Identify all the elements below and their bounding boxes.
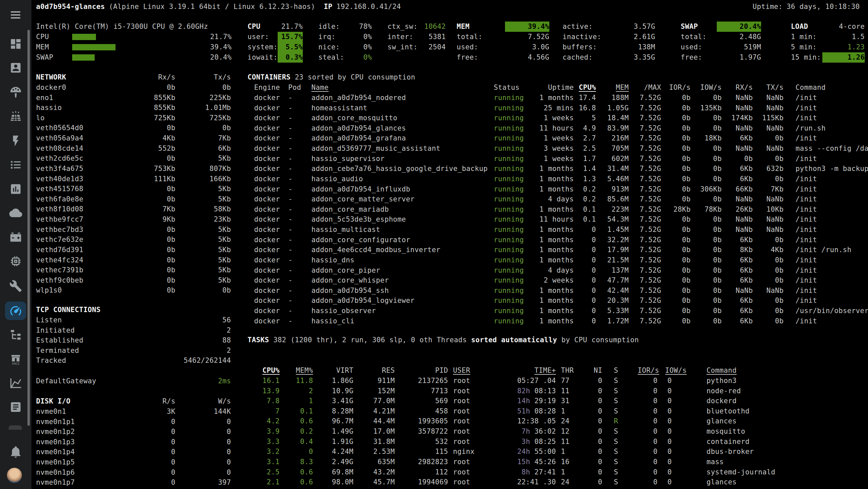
containers-col-max: /MAX <box>628 83 661 93</box>
container-max: 7.52G <box>628 103 661 113</box>
stat-label: 15 min: <box>791 52 821 63</box>
container-iow: 0b <box>689 174 722 184</box>
task-pid: 1993605 <box>402 416 448 426</box>
container-ior: 0b <box>657 295 691 306</box>
task-ior: 0 <box>638 396 657 406</box>
task-ni: 0 <box>589 477 602 487</box>
container-engine: docker <box>254 123 280 134</box>
container-engine: docker <box>254 154 280 164</box>
container-engine: docker <box>254 103 280 113</box>
sidebar-item-tools[interactable] <box>5 277 26 295</box>
container-status: running <box>494 286 524 296</box>
sidebar-item-account[interactable] <box>5 58 26 77</box>
sidebar-item-glances[interactable] <box>5 301 26 320</box>
sidebar-item-todo[interactable] <box>5 155 26 174</box>
task-state: S <box>614 447 618 457</box>
container-command: /init <box>796 316 817 326</box>
container-iow: 0b <box>689 235 722 245</box>
task-command: node-red <box>707 386 741 396</box>
task-command: mass <box>707 457 724 467</box>
container-rx: 26Kb <box>720 204 753 215</box>
task-thr: 31 <box>561 396 569 406</box>
task-virt: 1.86G <box>320 376 353 386</box>
sidebar-item-history[interactable] <box>5 179 26 198</box>
task-user: root <box>453 426 470 437</box>
sidebar-item-tree[interactable] <box>5 325 26 344</box>
chart-box-icon <box>9 182 22 196</box>
container-row: docker-addon_a0d7b954_logviewerrunning1 … <box>31 295 868 306</box>
container-mem: 705M <box>596 143 629 154</box>
user-avatar[interactable] <box>7 467 22 483</box>
sidebar-item-dashboard[interactable] <box>5 34 26 53</box>
sidebar-item-devices[interactable] <box>5 252 26 270</box>
container-cpu: 0.1 <box>563 214 596 225</box>
container-engine: docker <box>254 133 280 143</box>
os-info: (Alpine Linux 3.19.1 64bit / Linux 6.12.… <box>109 3 315 10</box>
sidebar-item-logs[interactable] <box>5 398 26 416</box>
container-status: running <box>494 204 524 215</box>
container-status: running <box>494 225 524 235</box>
container-engine: docker <box>254 306 280 316</box>
container-iow: 0b <box>689 93 722 103</box>
hamburger-menu-icon <box>9 9 22 21</box>
sidebar-notifications[interactable] <box>5 442 26 461</box>
container-tx: 10Kb <box>750 204 784 215</box>
container-max: 7.52G <box>628 214 661 225</box>
sidebar-item-hacs[interactable]: HACS <box>5 350 26 368</box>
container-rx: NaNb <box>720 103 753 113</box>
task-mem: 0.6 <box>280 477 313 487</box>
container-status: running <box>494 214 524 225</box>
sidebar-item-cloud[interactable] <box>5 203 26 222</box>
task-row: 70.18.28M4.21M458root51h 08:2810S00bluet… <box>31 406 868 416</box>
container-max: 7.52G <box>628 275 661 286</box>
sidebar-item-mushroom[interactable] <box>5 83 26 102</box>
container-cpu: 1.7 <box>563 154 596 164</box>
task-ni: 0 <box>589 467 602 478</box>
container-mem: 83.9M <box>596 123 629 134</box>
task-thr: 1 <box>561 467 565 478</box>
sidebar-item-energy[interactable] <box>5 132 26 150</box>
task-ior: 0 <box>638 406 657 416</box>
task-state: S <box>614 457 618 467</box>
container-status: running <box>494 103 524 113</box>
container-row: docker-addon_core_matter_serverrunning4 … <box>31 194 868 204</box>
sidebar-scrollbar-thumb[interactable] <box>28 30 30 426</box>
container-pod: - <box>288 93 292 103</box>
task-virt: 3.41G <box>320 396 353 406</box>
task-thr: 11 <box>561 386 569 396</box>
container-mem: 137M <box>596 265 629 276</box>
container-name: addon_a0d7b954_logviewer <box>311 295 415 306</box>
container-engine: docker <box>254 265 280 276</box>
sidebar-menu-button[interactable] <box>5 8 26 22</box>
container-mem: 5.46M <box>596 174 629 184</box>
sidebar-item-solar[interactable] <box>5 107 26 125</box>
task-user: root <box>453 386 470 396</box>
task-cpu: 7.8 <box>247 396 280 406</box>
container-max: 7.52G <box>628 113 661 123</box>
container-ior: 0b <box>657 133 691 143</box>
sidebar-item-battery[interactable] <box>5 228 26 247</box>
task-pid: 2982823 <box>402 457 448 467</box>
mushroom-icon <box>9 86 22 99</box>
task-user: root <box>453 437 470 447</box>
container-command: /init <box>796 286 817 296</box>
task-time: 12:38 .05 <box>490 416 556 426</box>
container-name: addon_core_mosquitto <box>311 113 397 123</box>
container-pod: - <box>288 154 292 164</box>
container-status: running <box>494 93 524 103</box>
task-res: 31.8M <box>362 437 395 447</box>
containers-col-command: Command <box>796 83 826 93</box>
task-virt: 2.49G <box>320 457 353 467</box>
task-thr: 24 <box>561 416 569 426</box>
sidebar-item-analytics[interactable] <box>5 374 26 392</box>
container-command: python3 -m backup <box>796 164 868 174</box>
container-max: 7.52G <box>628 245 661 255</box>
container-tx: NaNb <box>750 225 784 235</box>
container-cpu: 5 <box>563 113 596 123</box>
task-ni: 0 <box>589 426 602 437</box>
container-name: addon_a0d7b954_grafana <box>311 133 406 143</box>
container-pod: - <box>288 103 292 113</box>
task-command: systemd-journald <box>707 467 775 478</box>
container-status: running <box>494 123 524 134</box>
task-state: S <box>614 396 618 406</box>
